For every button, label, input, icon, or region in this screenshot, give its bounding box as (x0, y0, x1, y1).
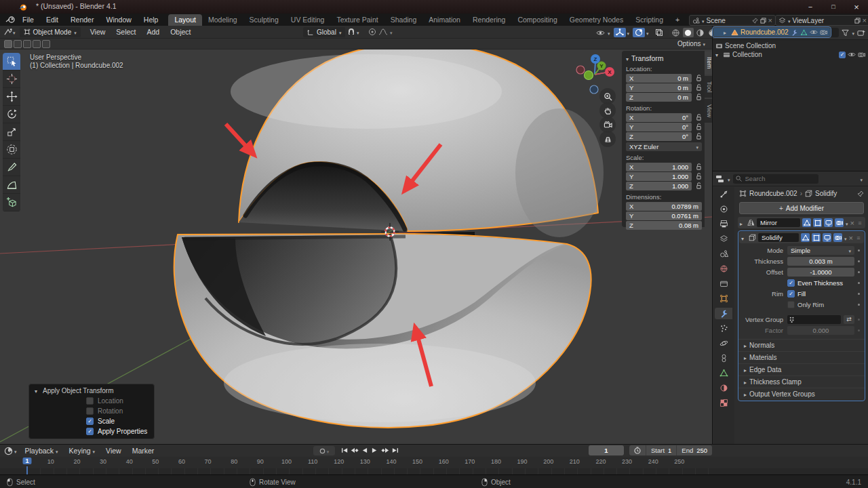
properties-tab-constraints[interactable] (715, 352, 732, 364)
workspace-tab-compositing[interactable]: Compositing (511, 14, 563, 26)
lock-icon[interactable] (692, 123, 702, 131)
outliner-row-scene-collection[interactable]: Scene Collection (713, 41, 868, 50)
breadcrumb-object[interactable]: Roundcube.002 (749, 190, 797, 197)
properties-search[interactable] (733, 174, 818, 184)
properties-tab-world[interactable] (715, 263, 732, 274)
workspace-tab-geometry-nodes[interactable]: Geometry Nodes (564, 14, 629, 26)
subpanel-output-vertex-groups[interactable]: Output Vertex Groups (738, 388, 865, 400)
expand-icon[interactable] (715, 51, 721, 58)
animate-dot[interactable] (854, 329, 863, 331)
collection-checkbox[interactable] (839, 52, 846, 58)
shading-solid-button[interactable] (683, 28, 694, 37)
animate-dot[interactable] (854, 249, 863, 251)
modifier-extras-icon[interactable] (846, 219, 848, 227)
operator-option-rotation[interactable]: Rotation (86, 407, 149, 415)
workspace-tab-uv-editing[interactable]: UV Editing (285, 14, 331, 26)
checkbox[interactable] (86, 428, 94, 435)
properties-tab-scene[interactable] (715, 248, 732, 260)
subpanel-thickness-clamp[interactable]: Thickness Clamp (738, 375, 865, 388)
use-preview-range-button[interactable] (629, 445, 646, 455)
workspace-tab-shading[interactable]: Shading (384, 14, 423, 26)
modifier-mirror-header[interactable]: Mirror (738, 217, 865, 228)
lock-icon[interactable] (692, 75, 702, 82)
properties-tab-material[interactable] (715, 382, 732, 394)
filter-funnel-icon[interactable] (842, 29, 849, 37)
tool-add-cube[interactable] (3, 194, 20, 211)
delete-modifier-icon[interactable] (850, 219, 854, 227)
editor-type-button[interactable] (3, 28, 16, 36)
tool-select-box[interactable] (3, 53, 20, 70)
select-mode-subtract-icon[interactable] (23, 40, 31, 48)
timeline-menu-marker[interactable]: Marker (127, 447, 160, 455)
properties-search-input[interactable] (744, 174, 816, 183)
transform-field[interactable]: Z1.000 (626, 182, 692, 190)
new-collection-icon[interactable] (857, 29, 865, 37)
toggle-render-icon[interactable] (833, 233, 842, 242)
tool-move[interactable] (3, 88, 20, 106)
tool-rotate[interactable] (3, 106, 20, 123)
transform-field[interactable]: Y0 m (626, 83, 692, 92)
properties-tab-output[interactable] (715, 218, 732, 230)
pin-icon[interactable] (752, 18, 758, 24)
properties-tab-data[interactable] (715, 367, 732, 379)
checkbox[interactable] (86, 407, 94, 415)
select-mode-extend-icon[interactable] (14, 40, 22, 48)
operator-option-apply-properties[interactable]: Apply Properties (86, 428, 149, 435)
mode-dropdown[interactable]: Object Mode (20, 27, 81, 37)
toggle-realtime-icon[interactable] (823, 233, 831, 242)
shading-material-button[interactable] (695, 28, 706, 37)
animate-dot[interactable] (854, 271, 863, 273)
outliner-row-roundcube[interactable]: Roundcube.002 (713, 27, 831, 37)
show-object-types-dropdown[interactable] (594, 28, 606, 37)
delete-modifier-icon[interactable] (849, 234, 853, 242)
transform-field[interactable]: X0 m (626, 74, 692, 83)
lock-icon[interactable] (692, 84, 702, 92)
tool-transform[interactable] (3, 141, 20, 159)
subpanel-normals[interactable]: Normals (738, 339, 865, 351)
menu-window[interactable]: Window (100, 16, 137, 24)
add-modifier-button[interactable]: Add Modifier (739, 202, 864, 214)
workspace-tab-scripting[interactable]: Scripting (629, 14, 669, 26)
unlink-scene-icon[interactable] (768, 16, 772, 24)
operator-option-location[interactable]: Location (86, 397, 149, 405)
snap-controls[interactable] (347, 28, 359, 36)
lock-icon[interactable] (692, 163, 702, 171)
blender-menu-icon[interactable] (5, 16, 16, 24)
lock-icon[interactable] (692, 173, 702, 180)
checkbox[interactable] (86, 418, 94, 425)
timeline-menu-playback[interactable]: Playback (20, 447, 64, 455)
lock-icon[interactable] (692, 133, 702, 140)
vertex-group-field[interactable] (787, 315, 841, 324)
transform-field[interactable]: Z0.08 m (626, 221, 702, 230)
lock-icon[interactable] (692, 114, 702, 121)
viewport-menu-view[interactable]: View (85, 28, 111, 36)
camera-icon[interactable] (820, 29, 827, 35)
menu-render[interactable]: Render (64, 16, 100, 24)
properties-tab-physics[interactable] (715, 338, 732, 349)
animate-dot[interactable] (854, 293, 863, 295)
shading-wireframe-button[interactable] (671, 28, 682, 37)
tool-annotate[interactable] (3, 159, 20, 176)
modifier-extras-icon[interactable] (844, 234, 847, 242)
menu-file[interactable]: File (16, 16, 40, 24)
transform-field[interactable]: Y1.000 (626, 172, 692, 181)
subpanel-materials[interactable]: Materials (738, 351, 865, 363)
frame-start-field[interactable]: Start1 (646, 445, 676, 455)
workspace-tab-texture-paint[interactable]: Texture Paint (330, 14, 384, 26)
pin-icon[interactable] (857, 190, 864, 197)
toggle-on-cage-icon[interactable] (801, 233, 810, 242)
play-reverse-button[interactable] (360, 446, 369, 454)
toggle-realtime-icon[interactable] (824, 218, 833, 227)
viewport-menu-select[interactable]: Select (111, 28, 141, 36)
transform-field[interactable]: Y0.0761 m (626, 211, 702, 220)
animate-dot[interactable] (854, 319, 863, 321)
scene-selector[interactable]: Scene (689, 15, 776, 26)
collapse-icon[interactable] (741, 234, 747, 242)
remove-view-layer-icon[interactable] (863, 16, 867, 24)
outliner-row-collection[interactable]: Collection (713, 50, 868, 59)
next-keyframe-button[interactable] (380, 446, 389, 454)
select-mode-invert-icon[interactable] (33, 40, 41, 48)
properties-tab-texture[interactable] (715, 397, 732, 409)
timeline-menu-view[interactable]: View (100, 447, 127, 455)
frame-end-field[interactable]: End250 (676, 445, 712, 455)
